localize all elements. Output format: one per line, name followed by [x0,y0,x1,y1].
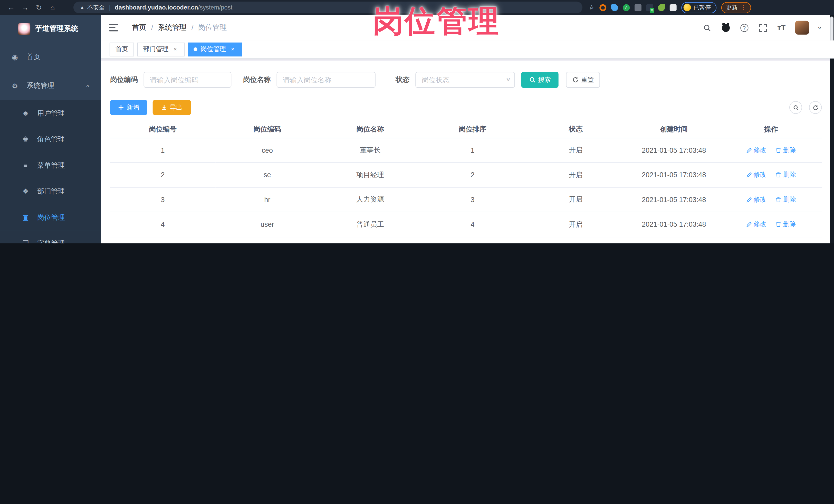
main-area: 首页 / 系统管理 / 岗位管理 ? тT ∨ [101,15,834,243]
reset-button[interactable]: 重置 [566,72,600,88]
cell-post-id: 2 [110,162,215,187]
sidebar-item-system-management[interactable]: ⚙ 系统管理 ∧ [0,71,101,100]
user-avatar[interactable] [795,21,809,35]
delete-link[interactable]: 删除 [776,195,796,204]
status-select-input[interactable] [415,72,515,88]
bookmark-star-icon[interactable]: ☆ [589,4,594,11]
close-icon[interactable]: × [229,46,236,52]
sidebar-item-dept-management[interactable]: ❖ 部门管理 [0,178,101,204]
extension-leaf-icon[interactable] [658,4,665,11]
browser-home-icon[interactable]: ⌂ [46,3,60,12]
browser-reload-icon[interactable]: ↻ [32,3,46,12]
post-code-input[interactable] [144,72,231,88]
cell-post-code: se [215,162,319,187]
cell-post-name: 普通员工 [319,212,421,237]
delete-link-label: 删除 [783,220,796,229]
post-name-label: 岗位名称 [243,75,271,85]
sidebar-item-label: 首页 [27,52,41,62]
cell-actions: 修改 删除 [720,187,822,212]
breadcrumb-system[interactable]: 系统管理 [158,23,186,32]
posts-table: 岗位编号 岗位编码 岗位名称 岗位排序 状态 创建时间 操作 1 ceo 董事长 [110,121,822,237]
gear-icon: ⚙ [10,82,19,90]
sidebar-item-home[interactable]: ◉ 首页 [0,43,101,71]
cell-post-sort: 4 [421,212,524,237]
cell-status: 开启 [524,162,628,187]
cell-actions: 修改 删除 [720,212,822,237]
tab-label: 首页 [115,45,128,54]
post-name-input[interactable] [277,72,375,88]
edit-link[interactable]: 修改 [746,146,767,155]
table-toolbar: 新增 导出 [110,100,822,115]
extension-ubuntu-icon[interactable] [599,4,606,11]
github-icon[interactable] [721,23,730,32]
browser-menu-kebab-icon[interactable]: ⋮ [740,4,746,11]
address-bar[interactable]: ▲ 不安全 | dashboard.yudao.iocoder.cn /syst… [73,2,583,13]
edit-link-label: 修改 [754,171,767,179]
extension-check-icon[interactable]: ✓ [623,4,630,11]
refresh-icon[interactable] [809,101,822,114]
sidebar: 芋道管理系统 ◉ 首页 ⚙ 系统管理 ∧ ☻ 用户管理 ♚ 角色管理 ≡ 菜单管… [0,15,101,243]
close-icon[interactable]: × [172,46,179,52]
sidebar-item-user-management[interactable]: ☻ 用户管理 [0,100,101,126]
search-form: 岗位编码 岗位名称 状态 ∨ 搜索 重置 [110,72,834,88]
extension-grid-icon[interactable] [635,4,641,11]
sidebar-item-role-management[interactable]: ♚ 角色管理 [0,126,101,152]
search-button[interactable]: 搜索 [521,72,558,88]
browser-extensions-area: ☆ ✓ 简 已暂停 更新 ⋮ [589,2,751,13]
extensions-puzzle-icon[interactable] [670,4,676,11]
add-button[interactable]: 新增 [110,100,147,115]
cell-post-name: 项目经理 [319,162,421,187]
rabbit-logo-image [18,23,30,35]
toggle-search-icon[interactable] [789,101,802,114]
status-select[interactable]: ∨ [415,72,515,88]
sidebar-item-dict-management[interactable]: ❒ 字典管理 [0,230,101,243]
delete-link[interactable]: 删除 [776,220,796,229]
delete-link[interactable]: 删除 [776,146,796,155]
font-size-icon[interactable]: тT [777,23,786,32]
search-icon[interactable] [702,23,711,32]
col-post-sort: 岗位排序 [421,121,524,138]
tab-home[interactable]: 首页 [110,42,134,56]
browser-back-icon[interactable]: ← [4,3,18,12]
export-button[interactable]: 导出 [153,100,191,115]
chevron-up-icon: ∧ [85,83,90,88]
profile-paused-badge[interactable]: 已暂停 [681,2,717,13]
breadcrumb-home[interactable]: 首页 [132,23,146,32]
avatar-dropdown-caret-icon[interactable]: ∨ [817,25,822,30]
extension-translate-icon[interactable]: 简 [646,4,653,11]
cell-status: 开启 [524,212,628,237]
sidebar-item-label: 角色管理 [37,134,65,144]
tab-post-management[interactable]: 岗位管理 × [188,42,242,56]
breadcrumb: 首页 / 系统管理 / 岗位管理 [132,23,227,32]
cell-created: 2021-01-05 17:03:48 [628,212,720,237]
cell-post-sort: 2 [421,162,524,187]
table-row: 1 ceo 董事长 1 开启 2021-01-05 17:03:48 修改 删除 [110,138,822,162]
browser-update-button[interactable]: 更新 ⋮ [721,2,751,13]
cell-created: 2021-01-05 17:03:48 [628,162,720,187]
cell-post-code: user [215,212,319,237]
fullscreen-icon[interactable] [758,23,768,32]
role-icon: ♚ [21,135,30,143]
edit-link[interactable]: 修改 [746,220,767,229]
cell-post-code: hr [215,187,319,212]
tab-dept-management[interactable]: 部门管理 × [137,42,184,56]
sidebar-collapse-icon[interactable] [109,24,118,31]
delete-link[interactable]: 删除 [776,171,796,179]
table-header-row: 岗位编号 岗位编码 岗位名称 岗位排序 状态 创建时间 操作 [110,121,822,138]
breadcrumb-current: 岗位管理 [198,23,227,32]
app-logo[interactable]: 芋道管理系统 [0,15,101,43]
edit-link[interactable]: 修改 [746,171,767,179]
edit-link[interactable]: 修改 [746,195,767,204]
sidebar-item-menu-management[interactable]: ≡ 菜单管理 [0,152,101,178]
table-row: 4 user 普通员工 4 开启 2021-01-05 17:03:48 修改 … [110,212,822,237]
list-icon: ≡ [21,161,30,169]
extension-drop-icon[interactable] [611,4,618,11]
not-secure-warning-icon: ▲ [80,5,85,10]
browser-forward-icon[interactable]: → [18,3,32,12]
screen: ← → ↻ ⌂ ▲ 不安全 | dashboard.yudao.iocoder.… [0,0,834,243]
export-button-label: 导出 [170,103,182,112]
table-tools [789,101,822,114]
sidebar-item-post-management[interactable]: ▣ 岗位管理 [0,204,101,231]
breadcrumb-separator: / [151,24,153,31]
help-icon[interactable]: ? [740,23,749,32]
